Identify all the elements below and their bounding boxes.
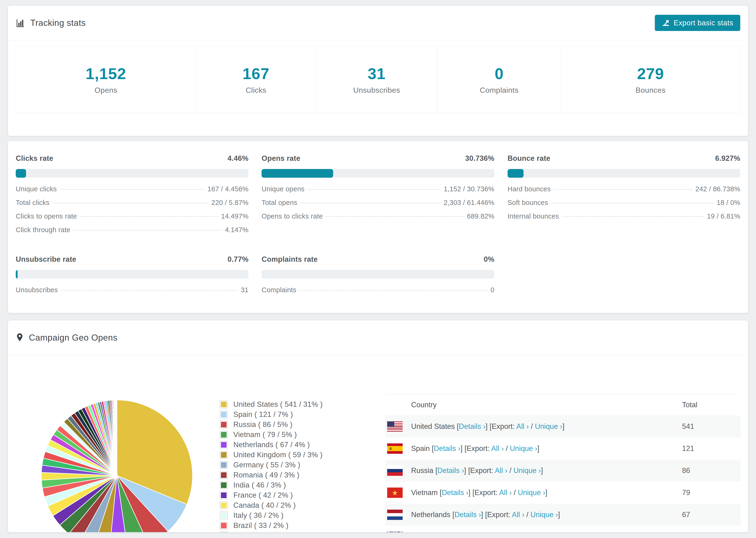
geo-card-body: United States ( 541 / 31% )Spain ( 121 /…: [8, 355, 748, 532]
rate-panel-value: 0%: [484, 255, 494, 264]
legend-swatch: [220, 491, 228, 499]
rate-row-value: 0: [490, 286, 494, 294]
dotted-leader: [61, 290, 238, 291]
stat-label: Complaints: [480, 86, 519, 95]
country-total: 79: [682, 488, 741, 497]
export-all-link[interactable]: All ›: [516, 422, 529, 430]
legend-item-romania: Romania ( 49 / 3% ): [220, 470, 323, 480]
stat-value: 167: [243, 65, 270, 82]
export-basic-stats-button[interactable]: Export basic stats: [655, 15, 740, 31]
dotted-leader: [60, 189, 205, 190]
export-unique-link[interactable]: Unique ›: [513, 466, 541, 475]
map-pin-icon: [16, 333, 24, 343]
legend-item-united-states: United States ( 541 / 31% ): [220, 399, 323, 409]
rate-panel-rows: Unique opens1,152 / 30.736%Total opens2,…: [261, 185, 494, 226]
export-unique-link[interactable]: Unique ›: [535, 422, 562, 430]
legend-item-south-africa: South Africa ( 29 / 2% ): [220, 530, 323, 532]
rate-panel-value: 6.927%: [715, 154, 740, 163]
export-button-label: Export basic stats: [674, 19, 733, 27]
rate-row-label: Unique opens: [261, 185, 304, 193]
legend-label: Netherlands ( 67 / 4% ): [233, 441, 310, 449]
export-unique-link[interactable]: Unique ›: [518, 488, 545, 497]
export-unique-link[interactable]: Unique ›: [530, 511, 558, 519]
stat-label: Clicks: [245, 86, 266, 95]
details-link[interactable]: Details ›: [454, 511, 481, 519]
details-link[interactable]: Details ›: [434, 444, 460, 453]
legend-label: United States ( 541 / 31% ): [233, 400, 323, 409]
rate-progress-bar: [261, 169, 494, 178]
rate-row: Internal bounces19 / 6.81%: [508, 212, 740, 226]
export-unique-link[interactable]: Unique ›: [510, 444, 537, 453]
stats-summary-box: 1,152Opens167Clicks31Unsubscribes0Compla…: [16, 46, 740, 113]
bar-chart-icon: [16, 18, 25, 28]
dotted-leader: [52, 203, 208, 203]
table-row-netherlands: Netherlands [Details ›] [Export: All › /…: [385, 504, 741, 526]
dotted-leader: [300, 203, 441, 203]
rate-row-value: 167 / 4.456%: [207, 185, 249, 193]
stat-label: Opens: [95, 86, 117, 95]
page-title: Tracking stats: [30, 18, 86, 28]
tracking-stats-header: Tracking stats Export basic stats: [8, 6, 748, 40]
legend-label: France ( 42 / 2% ): [233, 491, 293, 500]
rate-row-label: Total opens: [261, 199, 297, 207]
legend-item-india: India ( 46 / 3% ): [220, 480, 323, 490]
geo-table-rows: United States [Details ›] [Export: All ›…: [385, 415, 741, 532]
rate-row-label: Click through rate: [16, 226, 71, 234]
dotted-leader: [299, 290, 488, 291]
dotted-leader: [307, 189, 441, 190]
export-all-link[interactable]: All ›: [499, 488, 512, 497]
stat-value: 279: [637, 65, 664, 82]
legend-swatch: [220, 501, 228, 510]
stat-label: Unsubscribes: [353, 86, 400, 95]
legend-item-germany: Germany ( 55 / 3% ): [220, 460, 323, 470]
export-all-link[interactable]: All ›: [491, 444, 504, 453]
details-link[interactable]: Details ›: [437, 466, 464, 475]
export-all-link[interactable]: All ›: [512, 511, 524, 519]
rate-row-value: 1,152 / 30.736%: [444, 185, 495, 193]
geo-table-header: Country Total: [385, 394, 741, 415]
geo-card-header: Campaign Geo Opens: [8, 320, 748, 355]
pie-slice-other-53[interactable]: [117, 400, 117, 476]
legend-swatch: [220, 421, 228, 429]
dotted-leader: [554, 189, 693, 190]
stat-tile-opens: 1,152Opens: [16, 46, 196, 113]
rate-progress-bar: [261, 270, 494, 279]
rate-row-label: Soft bounces: [508, 199, 548, 207]
rate-progress-fill: [508, 169, 524, 178]
campaign-geo-opens-card: Campaign Geo Opens United States ( 541 /…: [8, 320, 748, 532]
legend-swatch: [220, 481, 228, 489]
legend-item-russia: Russia ( 86 / 5% ): [220, 419, 323, 430]
flag-ru-icon: [387, 465, 403, 476]
details-link[interactable]: Details ›: [459, 422, 486, 430]
country-name: Netherlands: [411, 511, 453, 519]
rate-panel-head: Opens rate30.736%: [261, 154, 494, 163]
rate-row-label: Hard bounces: [508, 185, 551, 193]
rate-row: Click through rate4.147%: [16, 226, 248, 240]
table-row-united-kingdom: United Kingdom [Details ›] [Export: All …: [385, 526, 741, 532]
rate-panel-title: Opens rate: [261, 154, 300, 163]
rate-panel-title: Bounce rate: [508, 154, 550, 163]
legend-item-brazil: Brazil ( 33 / 2% ): [220, 520, 323, 530]
rate-panel-value: 0.77%: [228, 255, 248, 264]
rate-panel-head: Unsubscribe rate0.77%: [16, 255, 248, 264]
stat-tile-complaints: 0Complaints: [437, 46, 561, 113]
rate-row: Unique clicks167 / 4.456%: [16, 185, 248, 199]
country-cell: United States [Details ›] [Export: All ›…: [411, 422, 682, 431]
rate-progress-fill: [16, 169, 26, 178]
country-cell: Netherlands [Details ›] [Export: All › /…: [411, 511, 682, 519]
table-row-vietnam: ★Vietnam [Details ›] [Export: All › / Un…: [385, 482, 741, 504]
export-all-link[interactable]: All ›: [495, 466, 507, 475]
dotted-leader: [326, 216, 464, 217]
rate-panel-title: Unsubscribe rate: [16, 255, 76, 264]
rate-row-value: 31: [241, 286, 248, 294]
legend-swatch: [220, 532, 228, 533]
details-link[interactable]: Details ›: [442, 488, 468, 497]
geo-opens-table: Country Total United States [Details ›] …: [385, 394, 741, 532]
stat-tile-unsubscribes: 31Unsubscribes: [316, 46, 438, 113]
dotted-leader: [551, 203, 714, 203]
rate-panel-head: Bounce rate6.927%: [508, 154, 740, 163]
geo-opens-pie-chart[interactable]: [38, 397, 195, 532]
rate-row: Unique opens1,152 / 30.736%: [261, 185, 494, 199]
legend-label: Romania ( 49 / 3% ): [233, 471, 299, 479]
flag-nl-icon: [387, 510, 403, 520]
